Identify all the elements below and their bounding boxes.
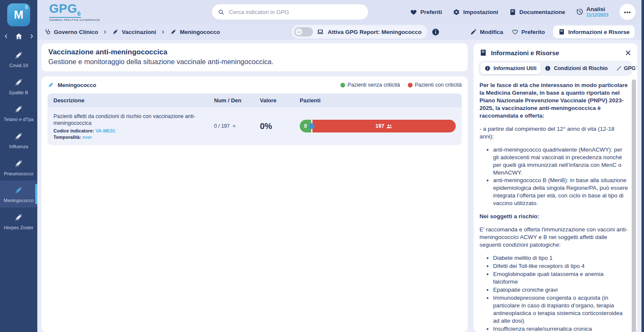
temporalita-label: Temporalità: (53, 135, 81, 140)
info-paragraph-rischio: E' raccomanda e offerta l'immunizzazione… (480, 226, 629, 249)
more-options-button[interactable]: ••• (619, 4, 636, 20)
breadcrumb: Governo Clinico Vaccinazioni Meningococc… (44, 28, 220, 35)
chevron-right-icon[interactable] (29, 34, 34, 39)
legend-ok: Pazienti senza criticità (340, 82, 400, 88)
cell-valore: 0% (260, 121, 300, 131)
close-icon[interactable] (625, 50, 631, 56)
gpg-report-toggle-group: – Attiva GPG Report: Meningococco (292, 25, 440, 39)
panel-title: Meningococco (58, 82, 96, 88)
gpg-report-pill: – Attiva GPG Report: Meningococco (292, 25, 427, 39)
breadcrumb-label: Governo Clinico (54, 29, 98, 35)
info-icon[interactable] (432, 28, 440, 36)
list-item: Difetti dei Toll-like receptors di tipo … (493, 262, 629, 270)
temporalita-link[interactable]: ever (82, 135, 92, 140)
info-panel-content: Per le fasce di età che interessano in m… (474, 76, 637, 332)
syringe-icon (170, 28, 177, 35)
chevron-right-icon (161, 30, 165, 34)
risk-conditions-list: Diabete mellito di tipo 1 Difetti dei To… (480, 254, 629, 332)
syringe-icon (14, 186, 23, 195)
indicators-table: Descrizione Num / Den Valore Pazienti Pa… (47, 93, 462, 145)
sidebar-item-pneumococco[interactable]: Pneumococco (0, 154, 37, 181)
sidebar-item-tetano-dtpa[interactable]: Tetano e dTpa (0, 99, 37, 127)
informazioni-risorse-button[interactable]: Informazioni e Risorse (553, 25, 635, 38)
col-header-num-den: Num / Den (214, 97, 260, 104)
vaccine-list: anti-meningococco quadrivalente (MenACWY… (480, 146, 629, 208)
syringe-icon (14, 104, 23, 114)
gpg-report-toggle[interactable]: – (294, 27, 313, 37)
table-row: Pazienti affetti da condizioni di rischi… (47, 107, 462, 145)
app-logo-icon[interactable]: M 6 (7, 3, 30, 26)
sidebar-item-meningococco[interactable]: Meningococco (0, 180, 37, 208)
page-actions: Modifica Preferito Informazioni e Risors… (470, 25, 635, 38)
gpg-report-label: Attiva GPG Report: Meningococco (328, 29, 421, 35)
documentazione-label: Documentazione (519, 9, 565, 15)
preferiti-label: Preferiti (420, 9, 442, 15)
chevron-right-icon (103, 30, 107, 34)
informazioni-risorse-label: Informazioni e Risorse (568, 29, 630, 35)
documentazione-button[interactable]: Documentazione (509, 8, 565, 16)
gear-icon (453, 8, 460, 16)
indicator-code-row: Codice indicatore: VA-ME01 (53, 128, 208, 133)
sidebar-item-covid19[interactable]: Covid-19 (0, 45, 37, 73)
col-header-valore: Valore (260, 97, 300, 104)
red-dot-icon (408, 83, 413, 87)
toggle-knob: – (296, 28, 302, 35)
page-title-card: Vaccinazione anti-meningococcica Gestion… (42, 43, 468, 71)
indicators-card: Meningococco Pazienti senza criticità Pa… (42, 76, 468, 332)
analisi-button[interactable]: Analisi11/12/2023 (576, 6, 608, 17)
sidebar-item-herpes-zoster[interactable]: Herpes Zoster (0, 208, 37, 235)
bar-handle[interactable] (309, 123, 315, 129)
col-header-pazienti: Pazienti (300, 97, 462, 104)
modifica-label: Modifica (480, 29, 503, 35)
ellipsis-icon: ••• (624, 9, 631, 15)
list-item: Epatopatie croniche gravi (493, 286, 629, 294)
breadcrumb-label: Meningococco (180, 29, 220, 35)
info-icon (545, 65, 551, 71)
chevron-left-icon[interactable] (3, 34, 9, 39)
tab-label: Condizioni di Rischio (554, 65, 608, 71)
search-bar (212, 4, 368, 20)
breadcrumb-meningococco[interactable]: Meningococco (170, 28, 220, 35)
tutor-suffix-label: Tutor (636, 65, 637, 71)
right-edge-bar (641, 0, 644, 332)
syringe-icon (14, 78, 23, 87)
syringe-icon (47, 82, 54, 88)
book-icon (509, 8, 516, 16)
info-icon (485, 65, 491, 71)
book-icon (480, 49, 487, 56)
codice-label: Codice indicatore: (53, 128, 94, 133)
gpg-tutor-button[interactable]: GPGTutor (612, 65, 637, 71)
search-input[interactable] (228, 8, 362, 16)
list-item: Immunodepressione congenita o acquisita … (493, 294, 629, 325)
sidebar-item-label: Pneumococco (4, 171, 33, 177)
breadcrumb-governo-clinico[interactable]: Governo Clinico (44, 28, 98, 35)
tab-condizioni-di-rischio[interactable]: Condizioni di Rischio (541, 62, 612, 74)
codice-link[interactable]: VA-ME01 (95, 128, 115, 133)
tab-informazioni-utili[interactable]: Informazioni Utili (480, 62, 541, 74)
analisi-label: Analisi (586, 6, 608, 13)
topbar: GPG6 GENERAL PRACTICE GOVERNANCE Preferi… (37, 0, 641, 24)
sidebar-menu: Covid-19 Epatite B Tetano e dTpa Influen… (0, 45, 37, 234)
impostazioni-button[interactable]: Impostazioni (453, 8, 498, 16)
info-panel: Informazioni e Risorse Informazioni Util… (474, 43, 637, 332)
sidebar-item-influenza[interactable]: Influenza (0, 127, 37, 154)
search-icon (218, 9, 224, 15)
home-icon[interactable] (15, 32, 23, 40)
gpg-logo-caption: GENERAL PRACTICE GOVERNANCE (49, 19, 100, 21)
scrollbar-thumb[interactable] (632, 79, 636, 332)
preferito-button[interactable]: Preferito (512, 28, 545, 35)
legend-ko-label: Pazienti con criticità (415, 82, 462, 88)
cell-pazienti: 0 197 (300, 120, 462, 132)
app-logo-letter: M (14, 8, 24, 22)
breadcrumb-label: Vaccinazioni (122, 29, 156, 35)
panel-header: Meningococco Pazienti senza criticità Pa… (47, 82, 462, 88)
impostazioni-label: Impostazioni (463, 9, 498, 15)
preferiti-button[interactable]: Preferiti (410, 8, 442, 16)
sidebar-item-epatite-b[interactable]: Epatite B (0, 73, 37, 100)
report-icon (317, 28, 324, 36)
modifica-button[interactable]: Modifica (470, 28, 503, 35)
sidebar-item-label: Tetano e dTpa (4, 117, 33, 122)
people-icon (386, 123, 393, 129)
breadcrumb-vaccinazioni[interactable]: Vaccinazioni (112, 28, 156, 35)
app-root: M 6 Covid-19 Epatite B Tetano e dTpa Inf… (0, 0, 644, 332)
